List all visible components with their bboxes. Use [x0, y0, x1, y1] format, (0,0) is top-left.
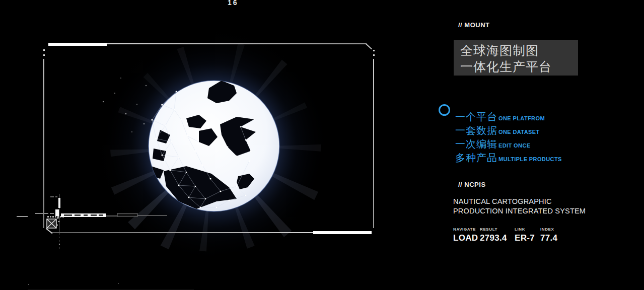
stat-navigate: NAVIGATE LOAD — [453, 227, 480, 243]
stat-value: LOAD — [453, 233, 480, 243]
title-box: 全球海图制图 一体化生产平台 — [454, 40, 578, 76]
stat-label: NAVIGATE — [453, 227, 480, 232]
system-name-line-2: PRODUCTION INTEGRATED SYSTEM — [453, 206, 586, 216]
mount-label: // MOUNT — [458, 21, 490, 29]
stat-label: INDEX — [540, 227, 560, 232]
feature-zh: 多种产品 — [455, 151, 497, 165]
feature-en: ONE PLATFROM — [498, 115, 545, 121]
frame-number: 16 — [228, 0, 239, 7]
stat-value: 2793.4 — [480, 233, 515, 243]
frame-dot — [373, 50, 375, 51]
stat-value: ER-7 — [515, 233, 540, 243]
feature-list: 一个平台 ONE PLATFROM 一套数据 ONE DATASET 一次编辑 … — [455, 110, 562, 165]
system-name: NAUTICAL CARTOGRAPHIC PRODUCTION INTEGRA… — [453, 197, 586, 215]
stat-value: 77.4 — [540, 233, 560, 243]
title-line-1: 全球海图制图 — [460, 42, 539, 59]
frame-top-bar — [48, 43, 107, 46]
frame-dot — [43, 54, 45, 56]
frame-dot — [373, 54, 375, 56]
system-name-line-1: NAUTICAL CARTOGRAPHIC — [453, 197, 586, 206]
frame-right-line — [373, 59, 374, 228]
feature-en: MULTIPLE PRODUCTS — [498, 156, 562, 162]
frame-top-line — [107, 43, 367, 44]
frame-dot — [43, 49, 45, 51]
stat-label: RESULT — [480, 227, 515, 232]
stat-link: LINK ER-7 — [515, 227, 540, 243]
stats-row: NAVIGATE LOAD RESULT 2793.4 LINK ER-7 IN… — [453, 227, 560, 243]
feature-item: 一套数据 ONE DATASET — [455, 124, 562, 137]
feature-item: 多种产品 MULTIPLE PRODUCTS — [455, 151, 562, 165]
frame-corner-chamfer — [366, 43, 372, 49]
ncpis-label: // NCPIS — [458, 181, 486, 188]
presentation-slide: 16 — [0, 0, 644, 290]
bottom-dot — [28, 284, 29, 285]
feature-zh: 一个平台 — [455, 110, 497, 124]
feature-zh: 一次编辑 — [455, 137, 497, 151]
stat-label: LINK — [515, 227, 540, 232]
info-panel: // MOUNT 全球海图制图 一体化生产平台 一个平台 ONE PLATFRO… — [433, 0, 644, 290]
circle-bullet-icon — [439, 104, 450, 116]
stat-result: RESULT 2793.4 — [480, 227, 515, 243]
frame-bottom-bar — [313, 231, 372, 234]
feature-en: ONE DATASET — [498, 129, 540, 135]
feature-item: 一个平台 ONE PLATFROM — [455, 110, 562, 124]
hud-decoration — [15, 194, 171, 254]
feature-zh: 一套数据 — [455, 124, 497, 137]
feature-item: 一次编辑 EDIT ONCE — [455, 137, 562, 151]
stat-index: INDEX 77.4 — [540, 227, 560, 243]
bottom-dot — [118, 283, 119, 284]
bottom-faint-line — [28, 289, 194, 289]
title-line-2: 一体化生产平台 — [460, 58, 552, 75]
feature-en: EDIT ONCE — [498, 142, 531, 149]
